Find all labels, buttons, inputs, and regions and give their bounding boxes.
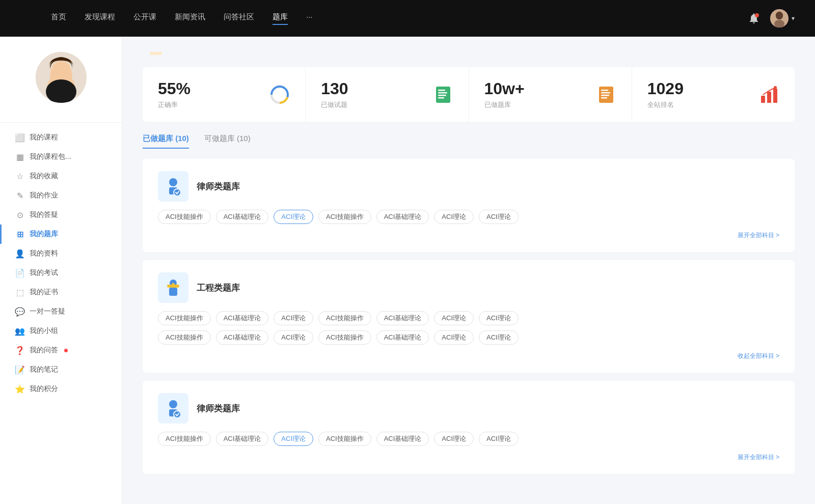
tag-0-6[interactable]: ACI理论 — [479, 210, 519, 224]
qbank-title-2: 律师类题库 — [197, 403, 240, 414]
navbar: 首页发现课程公开课新闻资讯问答社区题库··· ▾ — [0, 0, 815, 37]
sidebar-menu-item-6[interactable]: 👤 我的资料 — [0, 244, 122, 263]
sidebar-menu-item-8[interactable]: ⬚ 我的证书 — [0, 283, 122, 302]
menu-label: 一对一答疑 — [30, 307, 65, 316]
nav-item-公开课[interactable]: 公开课 — [133, 12, 156, 25]
done-questions-icon — [433, 85, 453, 105]
menu-label: 我的考试 — [30, 268, 58, 277]
tag-0-1[interactable]: ACI基础理论 — [216, 210, 269, 224]
tag-1-4[interactable]: ACI基础理论 — [376, 311, 429, 325]
qbank-header-1: 工程类题库 — [158, 272, 779, 303]
qa-icon: ❓ — [15, 346, 24, 355]
expand-link-1[interactable]: 收起全部科目 > — [158, 350, 779, 360]
svg-point-24 — [169, 178, 177, 186]
svg-rect-14 — [438, 97, 444, 99]
menu-label: 我的积分 — [30, 384, 58, 394]
sidebar-menu-item-2[interactable]: ☆ 我的收藏 — [0, 166, 122, 186]
sidebar-menu-item-5[interactable]: ⊞ 我的题库 — [0, 225, 122, 244]
svg-rect-22 — [773, 89, 777, 103]
nav-item-题库[interactable]: 题库 — [273, 12, 288, 25]
stat-done-label: 已做试题 — [321, 100, 348, 109]
sidebar-menu: ⬜ 我的课程 ▦ 我的课程包... ☆ 我的收藏 ✎ 我的作业 ⊙ 我的答疑 ⊞… — [0, 128, 122, 399]
extra-tag-1-6[interactable]: ACI理论 — [479, 330, 519, 345]
tags-row-0: ACI技能操作ACI基础理论ACI理论ACI技能操作ACI基础理论ACI理论AC… — [158, 210, 779, 224]
stat-accuracy-label: 正确率 — [158, 100, 191, 109]
tag-2-1[interactable]: ACI基础理论 — [216, 432, 269, 446]
svg-rect-16 — [601, 90, 608, 91]
rank-icon — [759, 85, 779, 105]
tag-0-3[interactable]: ACI技能操作 — [318, 210, 371, 224]
qbank-cards: 律师类题库 ACI技能操作ACI基础理论ACI理论ACI技能操作ACI基础理论A… — [143, 159, 795, 474]
tag-1-1[interactable]: ACI基础理论 — [216, 311, 269, 325]
avatar — [770, 9, 789, 27]
svg-rect-18 — [601, 95, 609, 96]
menu-label: 我的证书 — [30, 288, 58, 297]
tag-2-0[interactable]: ACI技能操作 — [158, 432, 211, 446]
nav-item-问答社区[interactable]: 问答社区 — [224, 12, 254, 25]
menu-label: 我的作业 — [30, 191, 58, 200]
tag-1-6[interactable]: ACI理论 — [479, 311, 519, 325]
qbank-title-0: 律师类题库 — [197, 181, 240, 192]
file-icon: ⬜ — [15, 133, 24, 142]
tab-0[interactable]: 已做题库 (10) — [143, 134, 189, 149]
stat-rank-value: 1029 — [647, 79, 684, 98]
tag-0-2[interactable]: ACI理论 — [274, 210, 313, 224]
cert-icon: ⬚ — [15, 288, 24, 297]
tag-2-3[interactable]: ACI技能操作 — [318, 432, 371, 446]
tag-0-0[interactable]: ACI技能操作 — [158, 210, 211, 224]
qbank-icon-0 — [158, 171, 188, 202]
tag-1-2[interactable]: ACI理论 — [274, 311, 313, 325]
qbank-header-2: 律师类题库 — [158, 393, 779, 424]
expand-link-2[interactable]: 展开全部科目 > — [158, 451, 779, 462]
extra-tag-1-3[interactable]: ACI技能操作 — [318, 330, 371, 345]
extra-tag-1-5[interactable]: ACI理论 — [434, 330, 474, 345]
tag-1-0[interactable]: ACI技能操作 — [158, 311, 211, 325]
menu-label: 我的笔记 — [30, 365, 58, 374]
stat-banks-value: 10w+ — [484, 79, 525, 98]
sidebar-menu-item-0[interactable]: ⬜ 我的课程 — [0, 128, 122, 147]
extra-tag-1-0[interactable]: ACI技能操作 — [158, 330, 211, 345]
tag-2-6[interactable]: ACI理论 — [479, 432, 519, 446]
menu-label: 我的课程包... — [30, 152, 71, 161]
sidebar-menu-item-10[interactable]: 👥 我的小组 — [0, 321, 122, 341]
sidebar-menu-item-11[interactable]: ❓ 我的问答 — [0, 341, 122, 360]
qbank-icon-1 — [158, 272, 188, 303]
svg-rect-28 — [169, 288, 177, 296]
sidebar-menu-item-9[interactable]: 💬 一对一答疑 — [0, 302, 122, 321]
tag-0-5[interactable]: ACI理论 — [434, 210, 474, 224]
extra-tag-1-1[interactable]: ACI基础理论 — [216, 330, 269, 345]
menu-label: 我的收藏 — [30, 172, 58, 181]
stat-accuracy-value: 55% — [158, 79, 191, 98]
svg-rect-19 — [601, 97, 607, 99]
stat-rank-label: 全站排名 — [647, 100, 684, 109]
svg-rect-13 — [438, 95, 446, 96]
nav-item-首页[interactable]: 首页 — [51, 12, 66, 25]
notification-bell[interactable] — [748, 12, 760, 24]
tag-1-3[interactable]: ACI技能操作 — [318, 311, 371, 325]
sidebar-menu-item-3[interactable]: ✎ 我的作业 — [0, 186, 122, 205]
tab-1[interactable]: 可做题库 (10) — [204, 134, 251, 149]
user-avatar-menu[interactable]: ▾ — [770, 9, 795, 27]
star-icon: ☆ — [15, 172, 24, 181]
qbank-header-0: 律师类题库 — [158, 171, 779, 202]
nav-item-新闻资讯[interactable]: 新闻资讯 — [175, 12, 205, 25]
nav-item-发现课程[interactable]: 发现课程 — [85, 12, 115, 25]
menu-label: 我的题库 — [30, 230, 58, 239]
sidebar-menu-item-7[interactable]: 📄 我的考试 — [0, 263, 122, 283]
tag-1-5[interactable]: ACI理论 — [434, 311, 474, 325]
doc-icon: 📄 — [15, 268, 24, 277]
sidebar-menu-item-1[interactable]: ▦ 我的课程包... — [0, 147, 122, 166]
expand-link-0[interactable]: 展开全部科目 > — [158, 229, 779, 240]
extra-tag-1-2[interactable]: ACI理论 — [274, 330, 313, 345]
tag-2-2[interactable]: ACI理论 — [274, 432, 313, 446]
menu-label: 我的小组 — [30, 326, 58, 335]
tag-2-5[interactable]: ACI理论 — [434, 432, 474, 446]
sidebar-menu-item-13[interactable]: ⭐ 我的积分 — [0, 379, 122, 399]
extra-tag-1-4[interactable]: ACI基础理论 — [376, 330, 429, 345]
tag-0-4[interactable]: ACI基础理论 — [376, 210, 429, 224]
nav-item-···[interactable]: ··· — [306, 12, 313, 25]
tag-2-4[interactable]: ACI基础理论 — [376, 432, 429, 446]
trial-badge — [150, 52, 162, 55]
sidebar-menu-item-12[interactable]: 📝 我的笔记 — [0, 360, 122, 379]
sidebar-menu-item-4[interactable]: ⊙ 我的答疑 — [0, 205, 122, 225]
